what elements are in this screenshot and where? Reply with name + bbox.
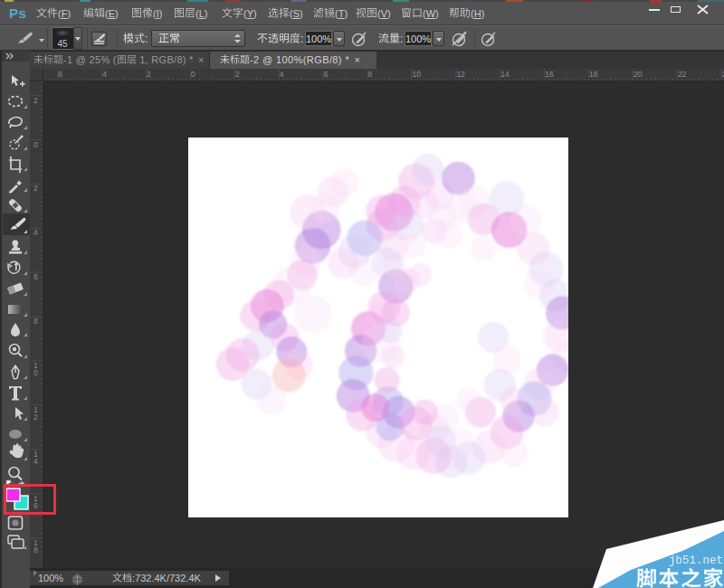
- svg-text:6: 6: [33, 272, 38, 281]
- svg-text:0: 0: [191, 70, 195, 79]
- svg-text:2: 2: [147, 70, 151, 79]
- svg-text:20: 20: [634, 70, 643, 79]
- svg-text:14: 14: [500, 70, 510, 79]
- svg-text:22: 22: [678, 70, 687, 79]
- svg-text:8: 8: [33, 317, 38, 326]
- svg-text:2: 2: [235, 70, 240, 79]
- svg-text:2: 2: [33, 413, 38, 422]
- svg-text:0: 0: [33, 140, 38, 149]
- svg-text:10: 10: [413, 70, 422, 79]
- svg-text:2: 2: [33, 96, 38, 105]
- svg-text:8: 8: [33, 545, 38, 555]
- svg-text:4: 4: [33, 228, 38, 237]
- svg-text:16: 16: [545, 70, 554, 79]
- svg-text:jb51.net: jb51.net: [669, 555, 723, 567]
- svg-text:6: 6: [324, 70, 329, 79]
- svg-text:12: 12: [456, 70, 465, 79]
- svg-text:2: 2: [33, 184, 38, 193]
- svg-text:4: 4: [280, 70, 284, 79]
- svg-text:6: 6: [58, 70, 62, 79]
- svg-text:4: 4: [33, 457, 38, 466]
- svg-text:8: 8: [368, 70, 373, 79]
- svg-text:4: 4: [102, 70, 107, 79]
- svg-text:0: 0: [33, 368, 38, 377]
- svg-text:18: 18: [589, 70, 598, 79]
